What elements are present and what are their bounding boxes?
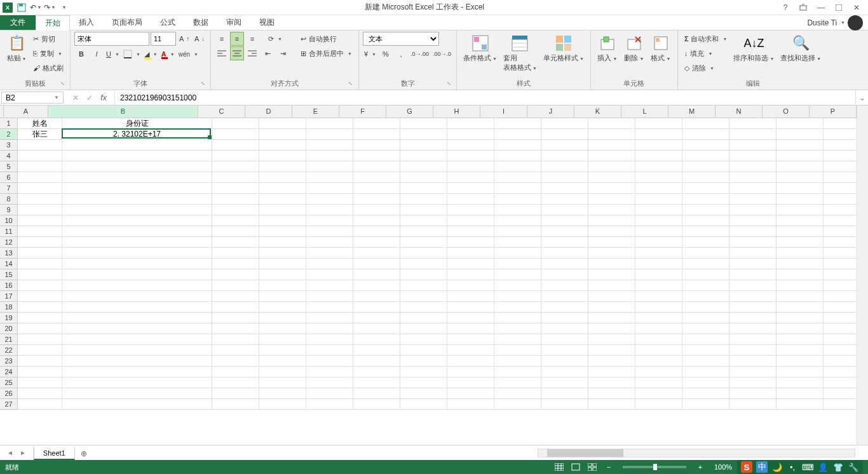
cell-D2[interactable] [259,129,306,140]
cell-J24[interactable] [541,367,588,377]
cell-P11[interactable] [824,226,857,237]
cell-A16[interactable] [18,280,62,291]
cell-N8[interactable] [729,194,776,205]
cell-J26[interactable] [541,388,588,399]
cell-L9[interactable] [635,205,682,215]
cell-G21[interactable] [400,334,447,345]
cell-M23[interactable] [682,356,729,367]
cell-D5[interactable] [259,161,306,172]
cell-K3[interactable] [588,140,635,151]
cell-J8[interactable] [541,194,588,205]
cell-C26[interactable] [212,388,259,399]
sheet-nav-next[interactable]: ► [18,449,28,456]
cell-H13[interactable] [447,248,494,259]
cell-E10[interactable] [306,215,353,226]
cell-H25[interactable] [447,377,494,388]
cell-L6[interactable] [635,172,682,183]
cell-H17[interactable] [447,291,494,302]
tray-keyboard-icon[interactable]: ⌨ [802,461,813,473]
cell-B19[interactable] [62,313,212,323]
cell-M18[interactable] [682,302,729,313]
cell-F3[interactable] [353,140,400,151]
cell-G3[interactable] [400,140,447,151]
tab-formulas[interactable]: 公式 [151,15,184,30]
cell-P23[interactable] [824,356,857,367]
cell-J25[interactable] [541,377,588,388]
clear-button[interactable]: ◇清除▼ [682,61,730,75]
font-size-select[interactable] [151,32,176,46]
cell-C3[interactable] [212,140,259,151]
row-header-23[interactable]: 23 [0,356,18,367]
horizontal-scrollbar[interactable] [538,449,855,457]
cell-E27[interactable] [306,399,353,410]
cell-M7[interactable] [682,183,729,194]
cell-F27[interactable] [353,399,400,410]
cell-L13[interactable] [635,248,682,259]
cell-B2[interactable]: 2. 32102E+17 [62,129,212,140]
cell-J19[interactable] [541,313,588,323]
cell-N27[interactable] [729,399,776,410]
col-header-O[interactable]: O [763,105,810,118]
cell-J27[interactable] [541,399,588,410]
cell-L8[interactable] [635,194,682,205]
cell-G20[interactable] [400,323,447,334]
cell-C18[interactable] [212,302,259,313]
cell-D12[interactable] [259,237,306,248]
cell-M2[interactable] [682,129,729,140]
cell-D27[interactable] [259,399,306,410]
cell-M17[interactable] [682,291,729,302]
cell-B6[interactable] [62,172,212,183]
fill-button[interactable]: ↓填充▼ [682,46,730,60]
normal-view-button[interactable] [552,461,567,473]
dialog-launcher[interactable]: ⤡ [58,81,66,88]
cell-G4[interactable] [400,151,447,161]
border-button[interactable]: ▼ [122,47,142,61]
col-header-J[interactable]: J [527,105,574,118]
cell-I24[interactable] [494,367,541,377]
cell-B24[interactable] [62,367,212,377]
cell-C23[interactable] [212,356,259,367]
cell-L14[interactable] [635,259,682,269]
cell-O18[interactable] [776,302,824,313]
cell-E2[interactable] [306,129,353,140]
cell-G5[interactable] [400,161,447,172]
cell-E4[interactable] [306,151,353,161]
cell-G13[interactable] [400,248,447,259]
cell-N16[interactable] [729,280,776,291]
cell-B17[interactable] [62,291,212,302]
cell-J7[interactable] [541,183,588,194]
cell-P18[interactable] [824,302,857,313]
vertical-scrollbar[interactable] [857,105,868,445]
cell-O25[interactable] [776,377,824,388]
cell-O26[interactable] [776,388,824,399]
cell-O24[interactable] [776,367,824,377]
cell-L16[interactable] [635,280,682,291]
cell-F15[interactable] [353,269,400,280]
cell-N24[interactable] [729,367,776,377]
cell-E26[interactable] [306,388,353,399]
cell-N7[interactable] [729,183,776,194]
sheet-nav-prev[interactable]: ◄ [5,449,15,456]
tray-icon[interactable]: 🌙 [771,461,783,473]
cell-B25[interactable] [62,377,212,388]
cell-L22[interactable] [635,345,682,356]
cell-B5[interactable] [62,161,212,172]
cell-O13[interactable] [776,248,824,259]
tab-data[interactable]: 数据 [184,15,217,30]
cell-A26[interactable] [18,388,62,399]
cell-E1[interactable] [306,118,353,129]
insert-cells-button[interactable]: 插入▼ [595,32,620,64]
cell-I23[interactable] [494,356,541,367]
file-tab[interactable]: 文件 [0,15,36,30]
cell-N11[interactable] [729,226,776,237]
cell-G23[interactable] [400,356,447,367]
ribbon-options-button[interactable] [797,1,810,14]
cell-K13[interactable] [588,248,635,259]
cell-F26[interactable] [353,388,400,399]
cell-O15[interactable] [776,269,824,280]
cell-D18[interactable] [259,302,306,313]
cell-O14[interactable] [776,259,824,269]
row-header-14[interactable]: 14 [0,259,18,269]
cell-K21[interactable] [588,334,635,345]
cell-D24[interactable] [259,367,306,377]
